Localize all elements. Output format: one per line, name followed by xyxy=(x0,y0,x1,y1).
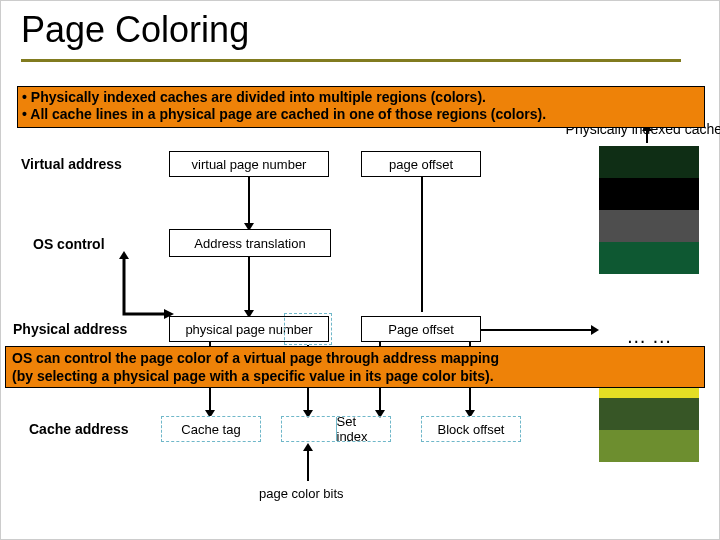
svg-marker-1 xyxy=(119,251,129,259)
color-stack-row xyxy=(599,210,699,242)
set-index-left xyxy=(282,417,336,441)
arrow-stack-top xyxy=(646,131,648,143)
virtual-offset-box: page offset xyxy=(361,151,481,177)
page-color-bits-highlight xyxy=(284,313,332,345)
label-cache-address: Cache address xyxy=(29,421,129,437)
callout-box-1: • Physically indexed caches are divided … xyxy=(17,86,705,128)
block-offset-box: Block offset xyxy=(421,416,521,442)
color-stack-row xyxy=(599,146,699,178)
arrow-atrans-to-ppn xyxy=(248,255,250,310)
callout1-line2: • All cache lines in a physical page are… xyxy=(22,106,700,123)
set-index-box: Set index xyxy=(281,416,391,442)
callout-box-2: OS can control the page color of a virtu… xyxy=(5,346,705,388)
label-virtual-address: Virtual address xyxy=(21,156,122,172)
arrow-pageoffset-passthrough xyxy=(421,177,423,312)
arrow-setindex-to-pcb-label xyxy=(307,451,309,481)
callout2-line2: (by selecting a physical page with a spe… xyxy=(12,367,698,385)
slide-title: Page Coloring xyxy=(21,9,249,51)
color-stack-row xyxy=(599,178,699,210)
vpn-box: virtual page number xyxy=(169,151,329,177)
color-stack-row xyxy=(599,430,699,462)
arrow-phys-to-colorstack xyxy=(481,329,591,331)
callout2-line1: OS can control the page color of a virtu… xyxy=(12,349,698,367)
color-stack-row xyxy=(599,398,699,430)
page-color-bits-label: page color bits xyxy=(259,486,344,501)
label-os-control: OS control xyxy=(33,236,105,252)
cache-tag-box: Cache tag xyxy=(161,416,261,442)
os-control-arrow xyxy=(119,259,169,319)
label-physical-address: Physical address xyxy=(13,321,127,337)
callout1-line1: • Physically indexed caches are divided … xyxy=(22,89,700,106)
color-stack: … … xyxy=(599,146,699,462)
set-index-label: Set index xyxy=(337,417,391,441)
arrow-vpn-to-atrans xyxy=(248,177,250,223)
color-stack-row xyxy=(599,242,699,274)
title-underline xyxy=(21,59,681,62)
physical-offset-box: Page offset xyxy=(361,316,481,342)
address-translation-box: Address translation xyxy=(169,229,331,257)
color-stack-row xyxy=(599,274,699,306)
